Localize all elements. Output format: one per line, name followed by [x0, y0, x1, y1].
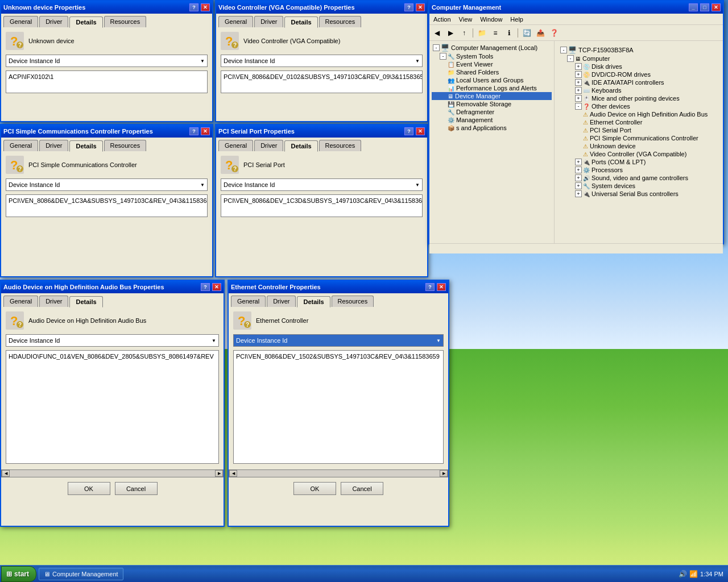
- start-button[interactable]: ⊞ start: [1, 566, 36, 582]
- cm-maximize-btn[interactable]: □: [700, 3, 709, 11]
- tab-general-ud[interactable]: General: [3, 16, 38, 27]
- video-controller-help-btn[interactable]: ?: [404, 3, 413, 11]
- cm-tool-props[interactable]: ℹ: [503, 27, 515, 39]
- dm-kbd-expand[interactable]: +: [575, 87, 582, 94]
- cm-tool-export[interactable]: 📤: [534, 27, 547, 39]
- cm-sys-expand[interactable]: -: [440, 53, 446, 60]
- tab-general-vc[interactable]: General: [218, 16, 253, 27]
- tab-general-ps[interactable]: General: [3, 140, 38, 151]
- ethernet-dropdown[interactable]: Device Instance Id ▼: [233, 334, 444, 347]
- dm-video-ctrl[interactable]: ⚠ Video Controller (VGA Compatible): [559, 150, 718, 158]
- tab-details-ps[interactable]: Details: [69, 140, 102, 152]
- dm-pci-serial[interactable]: ⚠ PCI Serial Port: [559, 126, 718, 134]
- dm-processors[interactable]: + ⚙️ Processors: [559, 166, 718, 174]
- tab-driver-ps[interactable]: Driver: [39, 140, 68, 151]
- eth-scroll-left[interactable]: ◀: [229, 470, 237, 477]
- eth-scroll-right[interactable]: ▶: [440, 470, 448, 477]
- dm-dvd-expand[interactable]: +: [575, 71, 582, 78]
- ethernet-close-btn[interactable]: ✕: [437, 283, 446, 291]
- tab-details-eth[interactable]: Details: [297, 296, 330, 307]
- tab-details-ud[interactable]: Details: [69, 16, 102, 28]
- dm-ethernet[interactable]: ⚠ Ethernet Controller: [559, 118, 718, 126]
- audio-device-help-btn[interactable]: ?: [201, 283, 210, 291]
- unknown-device-help-btn[interactable]: ?: [189, 3, 198, 11]
- dm-usb[interactable]: + 🔌 Universal Serial Bus controllers: [559, 190, 718, 198]
- cm-tool-list[interactable]: ≡: [489, 27, 502, 39]
- audio-device-hscroll[interactable]: ◀ ▶: [1, 469, 224, 477]
- tab-driver-vc[interactable]: Driver: [254, 16, 283, 27]
- dm-system[interactable]: + 🔧 System devices: [559, 182, 718, 190]
- pci-serial-dropdown[interactable]: Device Instance Id ▼: [221, 178, 423, 191]
- dm-root-expand[interactable]: -: [560, 47, 567, 53]
- dm-audio-hd[interactable]: ⚠ Audio Device on High Definition Audio …: [559, 110, 718, 118]
- cm-tool-up[interactable]: ↑: [458, 27, 470, 39]
- tab-resources-eth[interactable]: Resources: [332, 296, 374, 307]
- cm-menu-window[interactable]: Window: [478, 15, 504, 23]
- unknown-device-dropdown[interactable]: Device Instance Id ▼: [6, 55, 208, 67]
- dm-dvd[interactable]: + 📀 DVD/CD-ROM drives: [559, 70, 718, 78]
- dm-sys-dev-expand[interactable]: +: [575, 182, 582, 189]
- dm-other-devices[interactable]: - ❓ Other devices: [559, 102, 718, 110]
- ethernet-help-btn[interactable]: ?: [425, 283, 435, 291]
- cm-perf-logs[interactable]: 📊 Performance Logs and Alerts: [432, 84, 552, 92]
- cm-menu-help[interactable]: Help: [508, 15, 525, 23]
- unknown-device-close-btn[interactable]: ✕: [201, 3, 210, 11]
- pci-simple-close-btn[interactable]: ✕: [201, 127, 210, 135]
- pci-serial-help-btn[interactable]: ?: [404, 127, 413, 135]
- tab-resources-ud[interactable]: Resources: [104, 16, 147, 27]
- audio-device-ok-btn[interactable]: OK: [68, 482, 110, 495]
- dm-other-expand[interactable]: -: [575, 103, 582, 110]
- cm-close-btn[interactable]: ✕: [712, 3, 721, 11]
- tab-general-eth[interactable]: General: [231, 296, 266, 307]
- audio-device-cancel-btn[interactable]: Cancel: [115, 482, 158, 495]
- video-controller-close-btn[interactable]: ✕: [416, 3, 425, 11]
- pci-simple-help-btn[interactable]: ?: [189, 127, 198, 135]
- cm-defrag[interactable]: 🔧 Defragmenter: [432, 108, 552, 116]
- tab-driver-ud[interactable]: Driver: [39, 16, 68, 27]
- audio-scroll-right[interactable]: ▶: [215, 470, 223, 477]
- dm-sound-expand[interactable]: +: [575, 174, 582, 181]
- dm-ide-expand[interactable]: +: [575, 79, 582, 86]
- tab-driver-ad[interactable]: Driver: [39, 296, 68, 307]
- ethernet-hscroll[interactable]: ◀ ▶: [229, 469, 448, 477]
- tab-driver-pser[interactable]: Driver: [254, 140, 283, 151]
- cm-event-viewer[interactable]: 📋 Event Viewer: [432, 60, 552, 68]
- tab-details-pser[interactable]: Details: [284, 140, 317, 152]
- audio-device-close-btn[interactable]: ✕: [212, 283, 221, 291]
- cm-system-tools[interactable]: - 🔧 System Tools: [432, 52, 552, 60]
- cm-root-expand[interactable]: -: [433, 44, 440, 51]
- cm-minimize-btn[interactable]: _: [689, 3, 698, 11]
- tab-general-pser[interactable]: General: [218, 140, 253, 151]
- dm-computer[interactable]: - 🖥 Computer: [559, 55, 718, 63]
- cm-device-manager[interactable]: 🖥 Device Manager: [432, 92, 552, 100]
- cm-tool-forward[interactable]: ▶: [444, 27, 457, 39]
- dm-keyboards[interactable]: + ⌨️ Keyboards: [559, 86, 718, 94]
- cm-mgmt[interactable]: ⚙️ Management: [432, 116, 552, 124]
- taskbar-cm-item[interactable]: 🖥 Computer Management: [39, 568, 123, 580]
- cm-root-item[interactable]: - 🖥️ Computer Management (Local): [432, 43, 552, 52]
- pci-serial-close-btn[interactable]: ✕: [416, 127, 425, 135]
- cm-apps[interactable]: 📦 s and Applications: [432, 124, 552, 132]
- cm-removable-storage[interactable]: 💾 Removable Storage: [432, 100, 552, 108]
- dm-ide[interactable]: + 🔌 IDE ATA/ATAPI controllers: [559, 78, 718, 86]
- dm-unknown[interactable]: ⚠ Unknown device: [559, 142, 718, 150]
- dm-mice[interactable]: + 🖱️ Mice and other pointing devices: [559, 94, 718, 102]
- pci-simple-dropdown[interactable]: Device Instance Id ▼: [6, 178, 208, 191]
- dm-computer-root[interactable]: - 🖥️ TCP-F15903B3F8A: [559, 45, 718, 55]
- cm-tool-refresh[interactable]: 🔄: [520, 27, 533, 39]
- tab-resources-vc[interactable]: Resources: [319, 16, 362, 27]
- tab-resources-pser[interactable]: Resources: [319, 140, 362, 151]
- cm-menu-view[interactable]: View: [457, 15, 474, 23]
- cm-tool-back[interactable]: ◀: [431, 27, 443, 39]
- cm-local-users[interactable]: 👥 Local Users and Groups: [432, 76, 552, 84]
- dm-mice-expand[interactable]: +: [575, 95, 582, 102]
- tab-resources-ps[interactable]: Resources: [104, 140, 147, 151]
- dm-pci-simple[interactable]: ⚠ PCI Simple Communications Controller: [559, 134, 718, 142]
- tab-details-vc[interactable]: Details: [284, 16, 317, 28]
- dm-ports[interactable]: + 🔌 Ports (COM & LPT): [559, 158, 718, 166]
- audio-scroll-left[interactable]: ◀: [2, 470, 10, 477]
- dm-comp-expand[interactable]: -: [567, 55, 574, 62]
- dm-sound[interactable]: + 🔊 Sound, video and game controllers: [559, 174, 718, 182]
- ethernet-ok-btn[interactable]: OK: [293, 482, 336, 495]
- cm-tool-folder[interactable]: 📁: [475, 27, 488, 39]
